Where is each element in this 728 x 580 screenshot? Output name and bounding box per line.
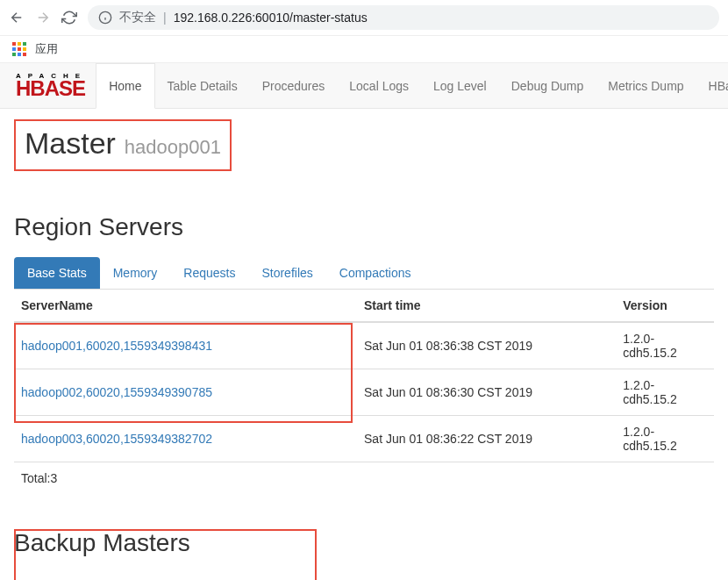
back-icon[interactable] bbox=[9, 10, 25, 25]
total-label: Total:3 bbox=[14, 462, 357, 495]
url-text: 192.168.0.226:60010/master-status bbox=[174, 11, 368, 25]
col-version: Version bbox=[616, 290, 714, 322]
nav-metrics-dump[interactable]: Metrics Dump bbox=[596, 63, 696, 108]
bookmarks-bar: 应用 bbox=[0, 36, 728, 63]
server-link[interactable]: hadoop001,60020,1559349398431 bbox=[21, 339, 212, 353]
insecure-label: 不安全 bbox=[119, 10, 156, 25]
hbase-logo[interactable]: APACHE HBASE bbox=[7, 69, 96, 103]
total-row: Total:3 bbox=[14, 462, 714, 495]
region-tabs: Base Stats Memory Requests Storefiles Co… bbox=[14, 257, 714, 290]
region-servers-table: ServerName Start time Version hadoop001,… bbox=[14, 290, 714, 494]
reload-icon[interactable] bbox=[61, 10, 77, 25]
master-heading-box: Master hadoop001 bbox=[14, 119, 232, 171]
start-time: Sat Jun 01 08:36:22 CST 2019 bbox=[357, 416, 616, 462]
start-time: Sat Jun 01 08:36:38 CST 2019 bbox=[357, 322, 616, 369]
col-port-bm: Port bbox=[322, 573, 497, 580]
table-row: hadoop001,60020,1559349398431 Sat Jun 01… bbox=[14, 322, 714, 369]
tab-requests[interactable]: Requests bbox=[170, 257, 248, 289]
master-hostname: hadoop001 bbox=[125, 136, 221, 158]
tab-base-stats[interactable]: Base Stats bbox=[14, 257, 100, 289]
table-row: hadoop003,60020,1559349382702 Sat Jun 01… bbox=[14, 416, 714, 462]
table-row: hadoop002,60020,1559349390785 Sat Jun 01… bbox=[14, 369, 714, 416]
version: 1.2.0-cdh5.15.2 bbox=[616, 322, 714, 369]
nav-debug-dump[interactable]: Debug Dump bbox=[499, 63, 596, 108]
col-servername-bm: ServerName bbox=[14, 573, 322, 580]
nav-procedures[interactable]: Procedures bbox=[250, 63, 338, 108]
apps-icon[interactable] bbox=[12, 42, 26, 56]
forward-icon[interactable] bbox=[35, 10, 51, 25]
nav-log-level[interactable]: Log Level bbox=[421, 63, 499, 108]
nav-local-logs[interactable]: Local Logs bbox=[337, 63, 421, 108]
top-nav: APACHE HBASE Home Table Details Procedur… bbox=[0, 63, 728, 109]
url-separator: | bbox=[163, 11, 167, 25]
page-title: Master bbox=[25, 126, 116, 160]
start-time: Sat Jun 01 08:36:30 CST 2019 bbox=[357, 369, 616, 416]
browser-chrome: 不安全 | 192.168.0.226:60010/master-status bbox=[0, 0, 728, 36]
region-servers-heading: Region Servers bbox=[14, 213, 714, 241]
version: 1.2.0-cdh5.15.2 bbox=[616, 416, 714, 462]
url-bar[interactable]: 不安全 | 192.168.0.226:60010/master-status bbox=[88, 5, 719, 30]
col-servername: ServerName bbox=[14, 290, 357, 322]
tab-storefiles[interactable]: Storefiles bbox=[248, 257, 325, 289]
col-starttime-bm: Start Time bbox=[497, 573, 714, 580]
version: 1.2.0-cdh5.15.2 bbox=[616, 369, 714, 416]
backup-masters-table: ServerName Port Start Time hadoop002 600… bbox=[14, 573, 714, 580]
backup-masters-heading: Backup Masters bbox=[14, 529, 714, 557]
nav-table-details[interactable]: Table Details bbox=[155, 63, 250, 108]
nav-hbase[interactable]: HBase bbox=[696, 63, 728, 108]
server-link[interactable]: hadoop003,60020,1559349382702 bbox=[21, 432, 212, 446]
apps-label[interactable]: 应用 bbox=[35, 41, 58, 57]
col-starttime: Start time bbox=[357, 290, 616, 322]
tab-memory[interactable]: Memory bbox=[100, 257, 171, 289]
backup-masters-section: Backup Masters ServerName Port Start Tim… bbox=[14, 529, 714, 580]
region-servers-table-wrap: ServerName Start time Version hadoop001,… bbox=[14, 290, 714, 494]
info-icon bbox=[98, 11, 112, 25]
nav-home[interactable]: Home bbox=[96, 63, 154, 109]
tab-compactions[interactable]: Compactions bbox=[326, 257, 425, 289]
server-link[interactable]: hadoop002,60020,1559349390785 bbox=[21, 385, 212, 399]
